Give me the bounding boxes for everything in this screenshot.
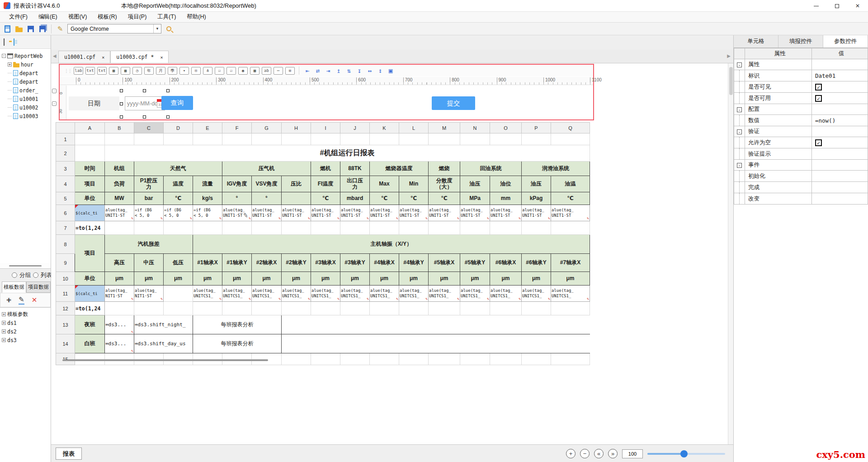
sheet-cell[interactable]: #5轴承Y xyxy=(460,254,490,272)
sheet-cell[interactable]: μm xyxy=(490,272,522,286)
sheet-cell[interactable]: alue(tag_ UNIT1·ST✎✎ xyxy=(222,205,252,221)
sheet-cell[interactable]: ℃ xyxy=(399,192,429,205)
row-header[interactable]: 3 xyxy=(56,162,75,176)
sheet-cell[interactable]: =if (B6 < 5, 0✎ xyxy=(193,205,222,221)
sheet-cell[interactable]: #4轴承Y xyxy=(399,254,429,272)
sheet-cell[interactable]: =ds3...✎ xyxy=(105,315,134,334)
sheet-cell[interactable]: #3轴承Y xyxy=(340,254,370,272)
tree-item[interactable]: depart xyxy=(0,77,51,86)
sheet-cell[interactable]: alue(tag_ NIT1·ST✎ xyxy=(134,286,164,302)
sheet-cell[interactable]: alue(tag_ UNIT1·ST✎ xyxy=(429,205,460,221)
sheet-cell[interactable] xyxy=(282,353,311,365)
browser-select[interactable]: Google Chrome ▼ xyxy=(67,24,161,33)
tab-scroll-left-icon[interactable]: ◀ xyxy=(53,53,57,58)
sheet-cell[interactable]: =ds3.shift_night_ xyxy=(134,315,193,334)
row-header[interactable]: 1 xyxy=(56,133,75,145)
collapse-icon[interactable]: - xyxy=(737,62,742,67)
property-value[interactable] xyxy=(812,148,868,160)
column-header[interactable]: Q xyxy=(551,123,590,133)
collapse-icon[interactable]: - xyxy=(737,129,742,134)
sheet-cell[interactable]: μm xyxy=(340,272,370,286)
sheet-cell[interactable] xyxy=(164,133,193,145)
sheet-cell[interactable] xyxy=(340,302,370,315)
sheet-cell[interactable] xyxy=(399,133,429,145)
sheet-cell[interactable] xyxy=(193,302,222,315)
sheet-cell[interactable] xyxy=(370,353,399,365)
sheet-cell[interactable]: alue(tag_ UNITCS1_✎ xyxy=(370,286,399,302)
tree-item[interactable]: +hour xyxy=(0,60,51,69)
sheet-cell[interactable]: 油位 xyxy=(490,176,522,192)
sheet-cell[interactable]: alue(tag_ UNIT1·ST✎ xyxy=(490,205,522,221)
sheet-cell[interactable]: alue(tag_ UNIT1·ST✎ xyxy=(105,205,134,221)
group-radio[interactable] xyxy=(12,272,17,278)
sheet-cell[interactable]: =to(1,24 xyxy=(75,302,105,315)
sheet-cell[interactable]: 每班报表分析 xyxy=(193,315,282,334)
sheet-cell[interactable]: #1轴承X xyxy=(193,254,222,272)
toolbar-grip[interactable]: ⋮⋮ xyxy=(64,68,71,73)
column-header[interactable]: N xyxy=(460,123,490,133)
sheet-cell[interactable]: P1腔压 力 xyxy=(134,176,164,192)
zoom-in-button[interactable]: + xyxy=(566,449,576,458)
sidebar-splitter[interactable] xyxy=(0,263,51,268)
dropdown-control-icon[interactable]: ▾ xyxy=(179,67,189,75)
sheet-cell[interactable]: 高压 xyxy=(105,254,134,272)
sheet-cell[interactable]: μm xyxy=(429,272,460,286)
sheet-cell[interactable]: μm xyxy=(370,272,399,286)
radio-list-icon[interactable]: ◉ xyxy=(238,67,248,75)
date-input[interactable]: yyyy-MM-dd 31 xyxy=(125,96,165,110)
list-radio[interactable] xyxy=(33,272,38,278)
sheet-cell[interactable] xyxy=(551,353,590,365)
sheet-cell[interactable] xyxy=(282,192,311,205)
sheet-cell[interactable] xyxy=(105,221,134,235)
design-canvas[interactable]: ⋮⋮ labtxttxt▦▦◷年月季▾⊡⋔☑☑◉▦ab⋯⊞⇤⇄⇥↥⇅↧↔↕▣ 0… xyxy=(51,63,728,444)
column-header[interactable]: L xyxy=(399,123,429,133)
align-left-icon[interactable]: ⇤ xyxy=(303,67,311,75)
sheet-cell[interactable]: #2轴承X xyxy=(252,254,282,272)
collapse-handle-icon[interactable]: ▫ xyxy=(52,101,57,106)
collapse-icon[interactable]: - xyxy=(737,163,742,168)
menu-item[interactable]: 编辑(E) xyxy=(33,13,63,21)
resize-handle[interactable] xyxy=(166,89,170,92)
sheet-cell[interactable]: μm xyxy=(193,272,222,286)
row-header[interactable]: 7 xyxy=(56,221,75,235)
tree-item[interactable]: u10003 xyxy=(0,112,51,120)
sheet-cell[interactable]: 单位 xyxy=(75,272,105,286)
row-header[interactable]: 12 xyxy=(56,302,75,315)
datetime-table-icon[interactable]: ▦ xyxy=(121,67,130,75)
menu-item[interactable]: 视图(V) xyxy=(63,13,93,21)
menu-item[interactable]: 文件(F) xyxy=(4,13,33,21)
tree-item[interactable]: depart xyxy=(0,69,51,77)
sheet-cell[interactable]: =if (B6 < 5, 0✎ xyxy=(134,205,164,221)
label-control-icon[interactable]: lab xyxy=(74,67,83,75)
sheet-cell[interactable] xyxy=(105,133,134,145)
sheet-cell[interactable]: alue(tag_ UNIT1·ST✎ xyxy=(460,205,490,221)
edit-datasource-button[interactable]: ✎ xyxy=(19,295,24,305)
sheet-cell[interactable]: 白班 xyxy=(75,334,105,353)
checkbox-checked-icon[interactable]: ✓ xyxy=(815,95,822,102)
tab-fill-control[interactable]: 填报控件 xyxy=(778,35,823,48)
sheet-cell[interactable] xyxy=(134,133,164,145)
sheet-cell[interactable] xyxy=(490,353,522,365)
align-center-icon[interactable]: ⇄ xyxy=(314,67,322,75)
preview-button[interactable] xyxy=(164,24,173,33)
sheet-cell[interactable]: 油温 xyxy=(551,176,590,192)
sheet-cell[interactable]: 低压 xyxy=(164,254,193,272)
sheet-cell[interactable]: 机组 xyxy=(105,162,134,176)
property-value[interactable] xyxy=(812,182,868,193)
sheet-cell[interactable]: alue(tag_ NIT1·ST✎ xyxy=(105,286,134,302)
sheet-cell[interactable]: alue(tag_ UNIT1·ST✎ xyxy=(370,205,399,221)
expander-icon[interactable]: + xyxy=(2,338,6,342)
sheet-cell[interactable]: 分散度 （大） xyxy=(429,176,460,192)
column-header[interactable]: D xyxy=(164,123,193,133)
sheet-cell[interactable] xyxy=(370,221,399,235)
sheet-cell[interactable]: #4轴承X xyxy=(370,254,399,272)
sheet-cell[interactable]: 燃烧器温度 xyxy=(370,162,429,176)
sheet-cell[interactable]: μm xyxy=(222,272,252,286)
sheet-cell[interactable]: mm xyxy=(490,192,522,205)
sheet-cell[interactable] xyxy=(370,133,399,145)
sheet-cell[interactable]: alue(tag_ UNITCS1_✎ xyxy=(193,286,222,302)
sheet-cell[interactable] xyxy=(311,302,340,315)
sheet-cell[interactable]: alue(tag_ UNITCS1_✎ xyxy=(282,286,311,302)
new-report-button[interactable] xyxy=(14,39,14,45)
menu-item[interactable]: 帮助(H) xyxy=(181,13,211,21)
